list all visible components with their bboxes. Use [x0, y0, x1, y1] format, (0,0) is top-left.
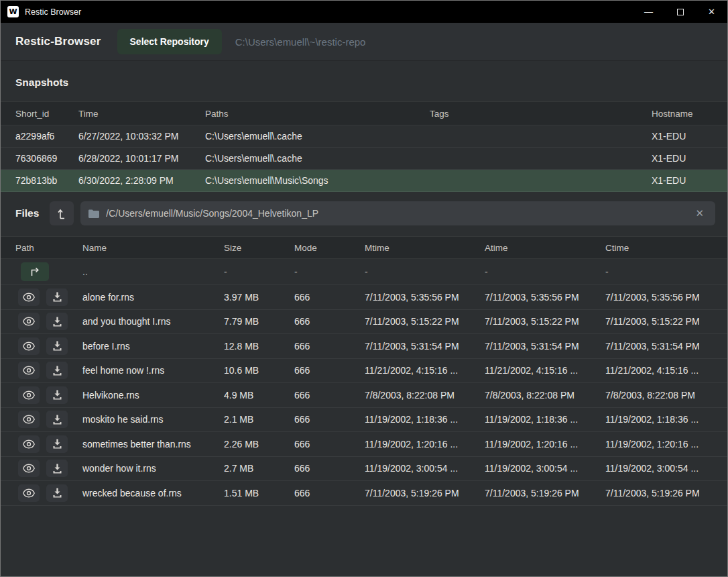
column-header-short-id: Short_id [15, 109, 78, 119]
file-atime: 7/11/2003, 5:15:22 PM [485, 316, 605, 327]
dump-file-button[interactable] [46, 362, 68, 379]
dump-file-button[interactable] [46, 386, 68, 404]
file-size: 2.1 MB [224, 414, 294, 425]
file-row: before I.rns 12.8 MB 666 7/11/2003, 5:31… [1, 334, 727, 359]
dump-file-button[interactable] [46, 411, 68, 428]
file-name: .. [82, 266, 224, 277]
dump-file-button[interactable] [46, 460, 68, 477]
go-up-level-button[interactable] [50, 201, 74, 225]
column-header-name: Name [82, 243, 224, 253]
snapshot-hostname: X1-EDU [652, 153, 727, 164]
dump-file-button[interactable] [46, 435, 68, 453]
file-ctime: 7/11/2003, 5:15:22 PM [605, 316, 727, 327]
file-ctime: 11/19/2002, 1:20:16 ... [605, 439, 727, 450]
eye-icon [23, 293, 35, 302]
current-path-input[interactable]: /C/Users/emuell/Music/Songs/2004_Helveti… [80, 201, 715, 225]
file-name: alone for.rns [82, 292, 224, 303]
file-atime: 7/8/2003, 8:22:08 PM [485, 390, 605, 401]
file-row: and you thought I.rns 7.79 MB 666 7/11/2… [1, 310, 727, 335]
file-ctime: - [605, 266, 727, 277]
file-atime: 11/19/2002, 3:00:54 ... [485, 463, 605, 474]
column-header-path: Path [15, 243, 82, 253]
column-header-tags: Tags [430, 109, 652, 119]
file-row: moskito he said.rns 2.1 MB 666 11/19/200… [1, 408, 727, 433]
close-button[interactable]: ✕ [696, 1, 727, 23]
parent-directory-row: .. - - - - - [1, 259, 727, 285]
app-window: W Restic Browser — ✕ Restic-Browser Sele… [0, 0, 728, 577]
go-parent-directory-button[interactable] [21, 262, 49, 281]
folder-icon [88, 209, 99, 218]
download-icon [52, 415, 62, 425]
file-ctime: 11/19/2002, 1:18:36 ... [605, 414, 727, 425]
files-bar: Files /C/Users/emuell/Music/Songs/2004_H… [15, 201, 715, 225]
eye-icon [23, 390, 35, 400]
window-title: Restic Browser [25, 7, 81, 17]
file-row: alone for.rns 3.97 MB 666 7/11/2003, 5:3… [1, 285, 727, 310]
view-file-button[interactable] [18, 484, 40, 502]
view-file-button[interactable] [18, 362, 40, 379]
file-atime: 7/11/2003, 5:35:56 PM [485, 292, 605, 303]
file-ctime: 7/11/2003, 5:31:54 PM [605, 341, 727, 352]
view-file-button[interactable] [18, 288, 40, 306]
file-name: Helvikone.rns [82, 390, 224, 401]
maximize-button[interactable] [664, 1, 696, 23]
file-size: 2.26 MB [224, 439, 294, 450]
download-icon [52, 292, 62, 302]
files-heading: Files [15, 207, 39, 219]
files-table-header: Path Name Size Mode Mtime Atime Ctime [1, 236, 727, 259]
file-size: 12.8 MB [224, 341, 294, 352]
download-icon [52, 488, 62, 498]
eye-icon [23, 366, 35, 375]
dump-file-button[interactable] [46, 337, 68, 355]
file-atime: 11/21/2002, 4:15:16 ... [485, 365, 605, 376]
snapshot-time: 6/27/2022, 10:03:32 PM [78, 131, 205, 142]
file-row: wonder how it.rns 2.7 MB 666 11/19/2002,… [1, 457, 727, 482]
file-atime: 7/11/2003, 5:19:26 PM [485, 488, 605, 499]
file-atime: - [485, 266, 605, 277]
file-mode: 666 [294, 439, 365, 450]
view-file-button[interactable] [18, 460, 40, 477]
view-file-button[interactable] [18, 313, 40, 330]
view-file-button[interactable] [18, 386, 40, 404]
view-file-button[interactable] [18, 435, 40, 453]
snapshot-time: 6/28/2022, 10:01:17 PM [78, 153, 205, 164]
dump-file-button[interactable] [46, 313, 68, 330]
app-logo-icon: W [7, 6, 19, 17]
file-atime: 7/11/2003, 5:31:54 PM [485, 341, 605, 352]
snapshot-row[interactable]: 76306869 6/28/2022, 10:01:17 PM C:\Users… [1, 148, 727, 170]
clear-path-button[interactable]: ✕ [689, 205, 710, 222]
file-ctime: 7/11/2003, 5:35:56 PM [605, 292, 727, 303]
download-icon [52, 464, 62, 474]
snapshots-table-header: Short_id Time Paths Tags Hostname [1, 101, 727, 125]
file-mtime: 7/11/2003, 5:35:56 PM [365, 292, 485, 303]
file-mtime: 11/19/2002, 3:00:54 ... [365, 463, 485, 474]
file-row: wrecked because of.rns 1.51 MB 666 7/11/… [1, 481, 727, 506]
eye-icon [23, 415, 35, 424]
eye-icon [23, 317, 35, 326]
file-name: feel home now !.rns [82, 365, 224, 376]
dump-file-button[interactable] [46, 484, 68, 502]
minimize-button[interactable]: — [633, 1, 664, 23]
file-name: and you thought I.rns [82, 316, 224, 327]
snapshot-row[interactable]: a2299af6 6/27/2022, 10:03:32 PM C:\Users… [1, 125, 727, 148]
snapshot-short-id: 72b813bb [15, 175, 78, 186]
dump-file-button[interactable] [46, 288, 68, 306]
file-row: Helvikone.rns 4.9 MB 666 7/8/2003, 8:22:… [1, 383, 727, 408]
file-ctime: 7/8/2003, 8:22:08 PM [605, 390, 727, 401]
repository-path: C:\Users\emuell\~\restic-repo [235, 36, 366, 48]
file-mtime: 7/11/2003, 5:15:22 PM [365, 316, 485, 327]
file-name: moskito he said.rns [82, 414, 224, 425]
app-title: Restic-Browser [15, 35, 101, 48]
eye-icon [23, 342, 35, 351]
snapshot-short-id: 76306869 [15, 153, 78, 164]
view-file-button[interactable] [18, 337, 40, 355]
column-header-time: Time [78, 109, 205, 119]
select-repository-button[interactable]: Select Repository [117, 29, 222, 54]
snapshot-row-selected[interactable]: 72b813bb 6/30/2022, 2:28:09 PM C:\Users\… [1, 170, 727, 192]
download-icon [52, 317, 62, 327]
view-file-button[interactable] [18, 411, 40, 428]
snapshot-paths: C:\Users\emuell\.cache [205, 131, 430, 142]
window-controls: — ✕ [633, 1, 727, 23]
column-header-mtime: Mtime [365, 243, 485, 253]
file-mtime: - [365, 266, 485, 277]
